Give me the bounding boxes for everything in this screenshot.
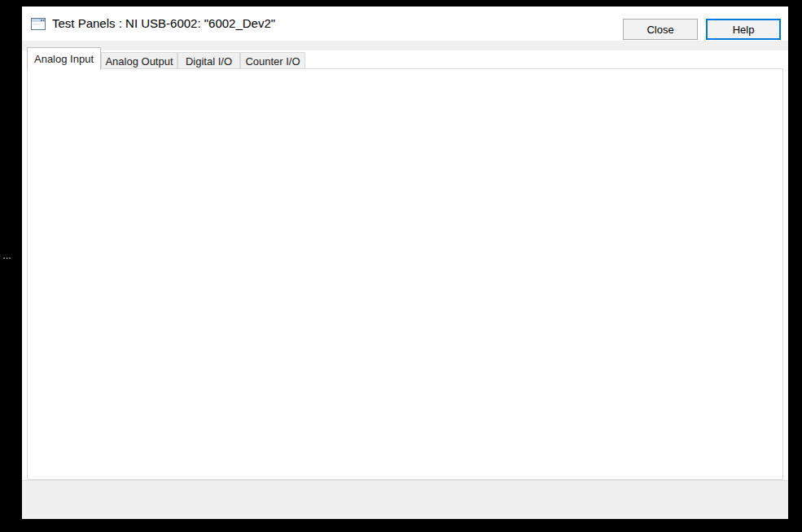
window-title: Test Panels : NI USB-6002: "6002_Dev2" bbox=[52, 16, 275, 30]
help-button[interactable]: Help bbox=[706, 19, 781, 40]
window-app-icon bbox=[31, 18, 46, 30]
dialog-footer bbox=[22, 480, 788, 519]
background-artifact-dots: … bbox=[2, 251, 12, 260]
tab-analog-input[interactable]: Analog Input bbox=[27, 47, 101, 70]
tab-page-analog-input bbox=[27, 68, 783, 480]
tab-counter-io[interactable]: Counter I/O bbox=[240, 52, 305, 69]
close-button[interactable]: Close bbox=[623, 19, 698, 40]
test-panels-dialog: Test Panels : NI USB-6002: "6002_Dev2" ✕… bbox=[22, 7, 788, 519]
tab-digital-io[interactable]: Digital I/O bbox=[177, 52, 240, 69]
tab-strip: Analog Input Analog Output Digital I/O C… bbox=[22, 47, 788, 69]
tab-analog-output[interactable]: Analog Output bbox=[101, 52, 177, 69]
screen-background: … Test Panels : NI USB-6002: "6002_Dev2"… bbox=[0, 0, 802, 532]
